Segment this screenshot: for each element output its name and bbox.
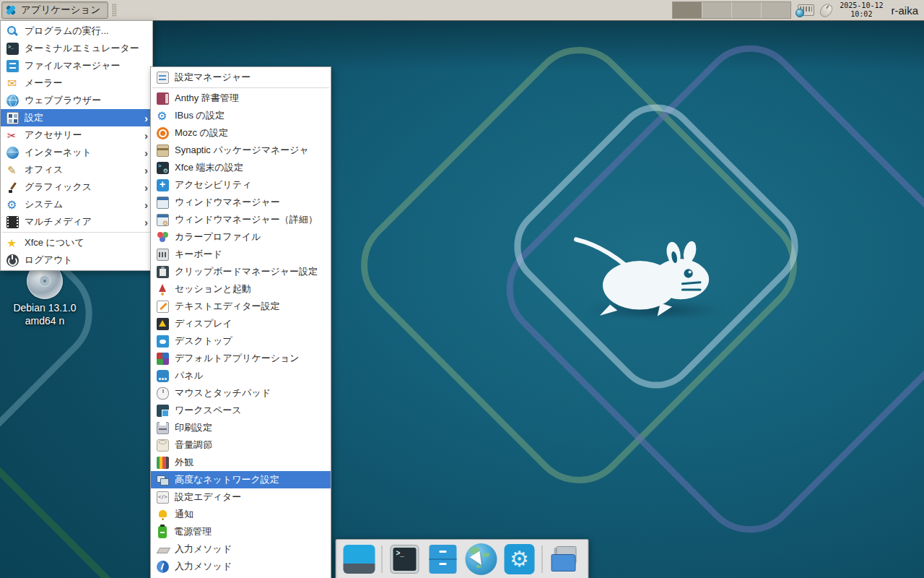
dock-file-manager-button[interactable] <box>427 544 459 574</box>
workspace-2[interactable] <box>702 2 732 18</box>
menu-item-settings-manager[interactable]: 設定マネージャー <box>151 69 331 86</box>
menu-item-label: ウィンドウマネージャー <box>175 196 280 209</box>
run-program-icon <box>6 25 19 38</box>
menu-item-printing[interactable]: 印刷設定 <box>151 419 331 436</box>
menu-item-default-applications[interactable]: デフォルトアプリケーション <box>151 350 331 367</box>
menu-item-input-method-a[interactable]: 入力メソッド <box>151 540 331 558</box>
menu-item-label: Xfce 端末の設定 <box>175 161 243 174</box>
menu-item-input-method-b[interactable]: 入力メソッド <box>151 558 331 575</box>
show-desktop-button[interactable] <box>344 544 375 574</box>
input-method-tray-icon[interactable] <box>798 4 814 16</box>
menu-item-label: IBus の設定 <box>175 109 225 122</box>
menu-item-terminal-emulator[interactable]: ターミナルエミュレーター <box>1 40 152 57</box>
menu-item-settings[interactable]: 設定 <box>1 109 152 126</box>
menu-item-anthy-dictionary[interactable]: Anthy 辞書管理 <box>151 90 331 107</box>
menu-item-ibus-preferences[interactable]: IBus の設定 <box>151 107 331 124</box>
menu-item-panel[interactable]: パネル <box>151 367 331 384</box>
menu-item-mouse-touchpad[interactable]: マウスとタッチパッド <box>151 384 331 402</box>
window-gear-icon <box>157 214 169 226</box>
menu-item-settings-editor[interactable]: 設定エディター <box>151 488 331 506</box>
menu-item-session-startup[interactable]: セッションと起動 <box>151 280 331 298</box>
file-manager-icon <box>6 60 19 72</box>
menu-item-label: ウィンドウマネージャー（詳細） <box>175 213 318 226</box>
submenu-arrow-icon <box>144 217 148 228</box>
menu-item-display[interactable]: ディスプレイ <box>151 315 331 332</box>
menu-item-web-browser[interactable]: ウェブブラウザー <box>1 92 152 109</box>
desktop-icon-debian[interactable]: Debian 13.1.0 amd64 n <box>6 263 84 327</box>
xfce-mouse-logo <box>572 228 734 319</box>
menu-item-desktop[interactable]: デスクトップ <box>151 332 331 350</box>
menu-item-label: 印刷設定 <box>175 421 212 434</box>
menu-item-label: ターミナルエミュレーター <box>25 42 139 55</box>
menu-item-label: 設定マネージャー <box>175 71 250 84</box>
menu-item-label: 音量調節 <box>175 439 212 452</box>
mozc-icon <box>157 127 169 139</box>
applications-menu-button[interactable]: アプリケーション <box>1 1 108 19</box>
menu-item-notifications[interactable]: 通知 <box>151 506 331 523</box>
desktop-icon-label-line2: amd64 n <box>6 315 84 328</box>
clock[interactable]: 2025-10-12 10:02 <box>840 1 883 19</box>
submenu-arrow-icon <box>144 147 148 158</box>
menu-item-file-manager[interactable]: ファイルマネージャー <box>1 57 152 74</box>
menu-item-label: ウェブブラウザー <box>25 94 101 107</box>
menu-item-advanced-network[interactable]: 高度なネットワーク設定 <box>151 471 331 488</box>
menu-item-label: キーボード <box>175 248 222 261</box>
menu-item-window-manager-tweaks[interactable]: ウィンドウマネージャー（詳細） <box>151 211 331 228</box>
menu-item-multimedia[interactable]: マルチメディア <box>1 213 152 230</box>
menu-item-accessories[interactable]: アクセサリー <box>1 126 152 144</box>
menu-item-run-program[interactable]: プログラムの実行... <box>1 22 152 40</box>
folder-icon <box>549 545 581 574</box>
dock-folder-button[interactable] <box>549 544 581 574</box>
show-desktop-icon <box>344 545 375 574</box>
menu-item-label: インターネット <box>25 146 92 159</box>
workspace-3[interactable] <box>732 2 762 18</box>
menu-item-office[interactable]: オフィス <box>1 161 152 178</box>
settings-submenu: 設定マネージャー Anthy 辞書管理 IBus の設定 Mozc の設定 Sy… <box>150 66 331 578</box>
menu-item-label: アクセサリー <box>25 129 82 142</box>
menu-separator <box>152 87 329 88</box>
menu-item-graphics[interactable]: グラフィックス <box>1 178 152 196</box>
gear-icon <box>157 110 169 122</box>
clipboard-icon <box>157 266 169 278</box>
xfce-logo-icon <box>5 4 17 16</box>
workspace-1[interactable] <box>673 2 702 18</box>
settings-grid-icon <box>6 112 19 124</box>
menu-item-system[interactable]: システム <box>1 196 152 213</box>
dock-terminal-button[interactable] <box>389 544 421 574</box>
applications-menu: プログラムの実行... ターミナルエミュレーター ファイルマネージャー メーラー… <box>0 20 153 271</box>
dock-web-browser-button[interactable] <box>466 544 497 574</box>
menu-item-label: ファイルマネージャー <box>25 59 120 72</box>
film-icon <box>6 216 19 228</box>
menu-item-label: 入力メソッド <box>175 543 232 556</box>
menu-item-window-manager[interactable]: ウィンドウマネージャー <box>151 194 331 211</box>
submenu-arrow-icon <box>144 199 148 210</box>
menu-item-appearance[interactable]: 外観 <box>151 454 331 471</box>
menu-item-power-manager[interactable]: 電源管理 <box>151 523 331 540</box>
menu-item-text-editor[interactable]: テキストエディター設定 <box>151 298 331 315</box>
menu-item-keyboard[interactable]: キーボード <box>151 246 331 263</box>
workspace-4[interactable] <box>762 2 790 18</box>
menu-item-clipboard-manager[interactable]: クリップボードマネージャー設定 <box>151 263 331 280</box>
panel-handle[interactable] <box>112 4 117 17</box>
menu-item-label: 高度なネットワーク設定 <box>175 473 279 486</box>
menu-item-logout[interactable]: ログアウト <box>1 251 152 269</box>
mouse-icon <box>157 387 169 400</box>
menu-item-mailer[interactable]: メーラー <box>1 74 152 92</box>
top-panel: アプリケーション 2025-10-12 10:02 r-aika <box>0 0 924 21</box>
menu-item-xfce-terminal-settings[interactable]: Xfce 端末の設定 <box>151 159 331 176</box>
menu-item-internet[interactable]: インターネット <box>1 144 152 161</box>
menu-item-label: ログアウト <box>25 254 73 267</box>
dock-settings-button[interactable] <box>504 544 536 574</box>
menu-item-synaptic[interactable]: Synaptic パッケージマネージャ <box>151 142 331 159</box>
mouse-device-tray-icon[interactable] <box>818 1 835 19</box>
menu-item-volume[interactable]: 音量調節 <box>151 436 331 454</box>
globe-cursor-icon <box>466 543 497 575</box>
menu-item-label: マルチメディア <box>25 215 92 228</box>
menu-item-mozc-preferences[interactable]: Mozc の設定 <box>151 124 331 142</box>
menu-item-about-xfce[interactable]: Xfce について <box>1 234 152 251</box>
menu-item-color-profiles[interactable]: カラープロファイル <box>151 228 331 246</box>
menu-item-label: Anthy 辞書管理 <box>175 92 239 105</box>
gear-icon <box>505 544 535 574</box>
menu-item-accessibility[interactable]: アクセシビリティ <box>151 176 331 194</box>
menu-item-workspaces[interactable]: ワークスペース <box>151 402 331 419</box>
